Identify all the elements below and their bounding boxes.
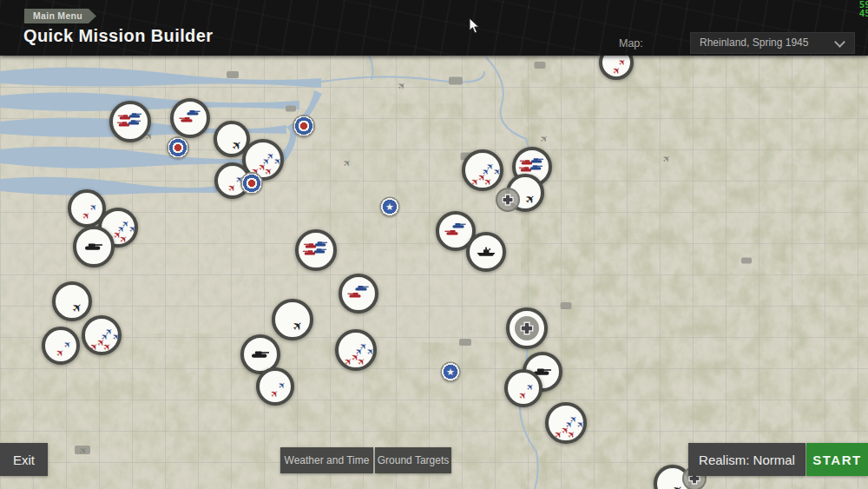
mission-icon-ship1[interactable] [466, 232, 506, 272]
unit-silhouette [187, 109, 201, 116]
ground-targets-button[interactable]: Ground Targets [375, 447, 451, 473]
map-select-value: Rheinland, Spring 1945 [700, 36, 808, 49]
unit-silhouette [252, 349, 270, 359]
town-blob [741, 258, 752, 264]
plane-icon: ✈ [89, 202, 100, 213]
fps-line2: 45 [859, 10, 868, 18]
mission-icon-planes2[interactable]: ✈✈ [42, 327, 80, 365]
unit-silhouette [314, 247, 327, 254]
unit-silhouette [452, 221, 466, 228]
plane-icon: ✈ [55, 347, 67, 359]
german-cross-icon [515, 316, 539, 340]
star-target-icon[interactable]: ★ [441, 362, 461, 382]
plane-icon: ✈ [62, 339, 74, 350]
page-title: Quick Mission Builder [23, 26, 213, 46]
mission-icon-tank1[interactable] [73, 226, 115, 268]
unit-silhouette [85, 241, 103, 251]
mission-icon-tanks2[interactable] [170, 98, 210, 138]
mission-icon-planes2[interactable]: ✈✈ [256, 367, 294, 406]
plane-icon: ✈ [365, 346, 377, 357]
plane-icon: ✈ [273, 155, 284, 167]
plane-icon: ✈ [356, 355, 368, 367]
plane-icon: ✈ [277, 380, 288, 391]
roundel-target-icon[interactable] [167, 136, 189, 159]
unit-silhouette [476, 247, 496, 257]
map-select-label: Map: [619, 37, 643, 50]
mission-map[interactable]: ✈✈✈✈✈✈✈✈✈✈✈✈✈✈✈✈✈✈✈✈✈✈✈✈✈✈✈✈✈✈★✈✈✈✈✈✈✈✈✈… [0, 56, 868, 489]
plane-icon: ✈ [566, 428, 578, 440]
mission-icon-planes6[interactable]: ✈✈✈✈✈✈ [335, 329, 377, 371]
mission-icon-planes6[interactable]: ✈✈✈✈✈✈ [462, 149, 503, 191]
unit-silhouette [531, 156, 544, 163]
plane-icon: ✈ [227, 182, 239, 194]
mission-icon-plane1[interactable]: ✈ [52, 281, 92, 321]
unit-silhouette [179, 116, 193, 122]
plane-icon: ✈ [118, 233, 130, 245]
mission-icon-plane1[interactable]: ✈ [272, 299, 313, 340]
town-blob [561, 302, 572, 309]
mission-icon-cross-big[interactable] [506, 307, 548, 349]
unit-silhouette [347, 291, 361, 298]
plane-icon: ✈ [523, 191, 538, 207]
town-blob [286, 106, 296, 112]
fps-counter: 59 45 [859, 1, 868, 18]
mission-icon-tanks4[interactable] [295, 229, 337, 271]
plane-icon: ✈ [525, 381, 536, 393]
star-target-icon[interactable]: ★ [380, 197, 400, 217]
town-blob [535, 62, 546, 69]
unit-silhouette [315, 240, 328, 247]
town-blob [449, 77, 463, 85]
exit-button[interactable]: Exit [0, 443, 48, 476]
mission-icon-planes2[interactable]: ✈✈ [504, 369, 542, 407]
star-icon: ★ [446, 367, 455, 376]
unit-silhouette [530, 163, 543, 170]
plane-icon: ✈ [575, 419, 587, 430]
mission-icon-planes6[interactable]: ✈✈✈✈✈✈ [545, 402, 587, 444]
plane-icon: ✈ [483, 175, 495, 188]
weather-and-time-button[interactable]: Weather and Time [280, 447, 373, 473]
chevron-down-icon [834, 36, 845, 48]
plane-icon: ✈ [269, 387, 281, 400]
mission-icon-tanks2[interactable] [339, 274, 378, 314]
plane-icon: ✈ [102, 340, 114, 353]
map-select-dropdown[interactable]: Rheinland, Spring 1945 [690, 32, 855, 54]
unit-silhouette [128, 118, 141, 125]
plane-icon: ✈ [81, 209, 93, 221]
star-icon: ★ [385, 202, 394, 211]
plane-icon: ✈ [128, 223, 139, 235]
mission-icon-tanks4[interactable] [109, 101, 151, 142]
unit-silhouette [129, 111, 142, 118]
main-menu-button[interactable]: Main Menu [24, 9, 96, 23]
plane-icon: ✈ [492, 166, 503, 177]
mission-icon-planes6[interactable]: ✈✈✈✈✈✈ [82, 315, 122, 355]
plane-icon: ✈ [111, 331, 122, 342]
plane-icon: ✈ [69, 300, 85, 315]
plane-icon: ✈ [263, 165, 275, 177]
cross-target-icon[interactable] [496, 188, 520, 212]
roundel-target-icon[interactable] [240, 172, 263, 195]
plane-icon: ✈ [229, 137, 245, 153]
unit-silhouette [444, 228, 458, 235]
unit-silhouette [355, 284, 369, 291]
start-button[interactable]: START [806, 443, 868, 476]
town-blob [227, 71, 239, 78]
plane-icon: ✈ [517, 389, 529, 401]
roundel-target-icon[interactable] [293, 115, 315, 137]
quick-mission-builder-screen: { "header": { "back_label": "Main Menu",… [0, 0, 868, 489]
plane-icon: ✈ [290, 318, 306, 334]
town-blob [459, 339, 471, 346]
top-bar: Main Menu Quick Mission Builder Map: Rhe… [0, 0, 868, 56]
realism-button[interactable]: Realism: Normal [688, 443, 806, 476]
